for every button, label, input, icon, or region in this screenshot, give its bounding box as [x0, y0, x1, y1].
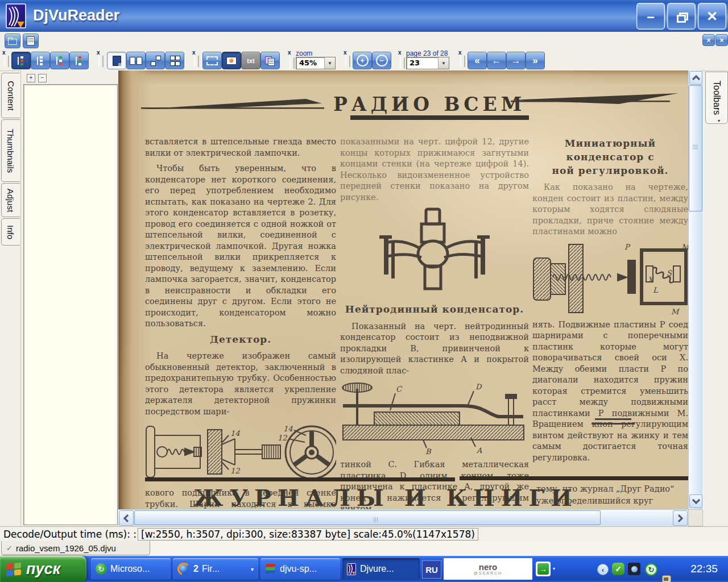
tray-sync-icon[interactable]: ↻	[645, 563, 657, 576]
toolbar-grip[interactable]	[289, 57, 295, 69]
status-prefix: Decode/Output time (ms): :	[0, 529, 136, 540]
start-button[interactable]: пуск	[0, 556, 86, 582]
taskbar-button-djvureader[interactable]: Djvure...	[342, 558, 420, 580]
content-tree[interactable]	[23, 84, 118, 525]
figure-label: S	[667, 269, 672, 277]
quick-launch-button[interactable]: →	[536, 562, 551, 576]
section-divider	[460, 476, 688, 480]
document-page[interactable]: РАДИО ВСЕМ вставляется в штепсельные гне…	[118, 70, 688, 509]
tray-monitor-icon[interactable]	[628, 563, 640, 575]
prev-page-button[interactable]: ←	[487, 52, 506, 69]
last-page-icon: »	[532, 56, 537, 65]
sidebar-tab-adjust[interactable]: Adjust	[1, 183, 20, 217]
toolbar-grip[interactable]	[194, 56, 199, 67]
tree-view-button-1[interactable]	[11, 52, 31, 69]
close-button[interactable]: ✕	[698, 3, 726, 30]
taskbar: пуск ↻ Microso... 2 Fir... ▾ djvu-sp...	[0, 556, 728, 582]
zoom-out-button[interactable]: −	[372, 52, 391, 69]
scroll-down-button[interactable]	[689, 494, 702, 508]
tree-view-button-4[interactable]	[69, 52, 89, 69]
toolbars-tab[interactable]: Toolbars	[705, 72, 728, 124]
taskbar-button-djvu-sp[interactable]: djvu-sp...	[260, 558, 340, 580]
layout-single-page-button[interactable]	[107, 52, 126, 69]
toolbar-close-icon[interactable]: x	[192, 50, 196, 56]
tree-icon	[16, 56, 26, 65]
close-view-button[interactable]: ×	[715, 34, 728, 46]
tray-phone-icon[interactable]	[662, 575, 671, 582]
toolbar-close-icon[interactable]: x	[458, 50, 462, 56]
toolbar-grip[interactable]	[400, 57, 405, 69]
zoom-in-button[interactable]: +	[353, 52, 372, 69]
figure-label: 12	[230, 467, 240, 475]
layout-grid-button[interactable]	[165, 52, 184, 69]
windows-logo-icon	[6, 562, 22, 576]
figure-label: 12	[278, 434, 287, 442]
page-dropdown-button[interactable]: ▼	[438, 57, 449, 69]
close-pane-button[interactable]: ×	[702, 34, 715, 46]
last-page-button[interactable]: »	[526, 52, 545, 69]
select-region-button[interactable]	[202, 52, 222, 69]
next-page-button[interactable]: →	[506, 52, 526, 69]
toolbar-close-icon[interactable]: x	[398, 50, 402, 56]
layout-continuous-button[interactable]	[146, 52, 165, 69]
image-icon	[226, 57, 237, 65]
magazine-masthead: РАДИО ВСЕМ	[333, 93, 526, 115]
scroll-right-button[interactable]	[673, 510, 688, 526]
tray-collapse-icon[interactable]: ‹	[597, 564, 609, 575]
first-page-button[interactable]: «	[468, 52, 487, 69]
djvureader-window: DjVuReader – ✕ × × x x x t	[0, 0, 728, 582]
chevron-down-icon: ▾	[553, 566, 555, 571]
toolbar-grip[interactable]	[460, 56, 465, 67]
figure-label: X	[648, 276, 653, 284]
page-select[interactable]: 23 ▼	[406, 57, 449, 69]
toolbar-grip[interactable]	[4, 56, 9, 67]
group-count: 2	[193, 564, 198, 574]
toolbar-close-icon[interactable]: x	[288, 50, 291, 56]
signature-mark	[595, 418, 631, 420]
title-bar[interactable]: DjVuReader – ✕	[0, 0, 728, 32]
scroll-up-button[interactable]	[689, 71, 702, 85]
sidebar-tab-thumbnails[interactable]: Thumbnails	[1, 119, 20, 182]
toolbar-close-icon[interactable]: x	[2, 50, 6, 56]
start-label: пуск	[26, 560, 60, 578]
scroll-left-button[interactable]	[119, 510, 134, 526]
zoom-dropdown-button[interactable]: ▼	[324, 57, 335, 69]
taskbar-button-firefox-group[interactable]: 2 Fir... ▾	[173, 558, 258, 580]
image-mode-button[interactable]	[222, 52, 241, 69]
tree-view-button-2[interactable]	[31, 52, 50, 69]
copy-button[interactable]	[260, 52, 280, 69]
sidebar-tab-content[interactable]: Content	[1, 73, 20, 118]
horizontal-scrollbar-thumb[interactable]	[134, 510, 601, 525]
chevron-down-icon	[692, 498, 700, 504]
zoom-select[interactable]: 45% ▼	[296, 57, 336, 69]
toolbar-grip[interactable]	[345, 56, 350, 67]
document-info-button[interactable]	[23, 34, 39, 48]
tray-antivirus-icon[interactable]: ✓	[612, 563, 624, 575]
selection-icon	[206, 56, 218, 65]
tree-view-button-3[interactable]	[50, 52, 69, 69]
toolbar-file: × ×	[0, 32, 728, 49]
open-file-button[interactable]	[5, 34, 20, 48]
minimize-button[interactable]: –	[636, 3, 665, 30]
vertical-scrollbar-thumb[interactable]	[689, 85, 702, 211]
document-tab[interactable]: ✓ radio_vsem_1926_05.djvu	[1, 541, 150, 555]
page-value: 23	[407, 57, 438, 69]
nero-search-box[interactable]: nero @SEARCH	[444, 558, 532, 580]
window-title: DjVuReader	[33, 7, 119, 24]
expand-all-button[interactable]: +	[27, 74, 35, 82]
layout-facing-pages-button[interactable]	[126, 52, 146, 69]
text-mode-button[interactable]: txt	[241, 52, 260, 69]
toolbar-close-icon[interactable]: x	[97, 50, 100, 56]
taskbar-button-microsoft[interactable]: ↻ Microso...	[91, 558, 171, 580]
collapse-all-button[interactable]: −	[38, 74, 47, 82]
toolbar-grip[interactable]	[98, 56, 104, 67]
sidebar-tab-info[interactable]: Info	[1, 218, 20, 246]
footer-text: тому, что журнал „Друг Радио“ уже опреде…	[536, 483, 688, 509]
section-divider	[145, 477, 455, 481]
toolbar-close-icon[interactable]: x	[344, 50, 347, 56]
nero-search-label: @SEARCH	[474, 571, 502, 575]
section-heading-line2: ной регулировкой.	[552, 165, 668, 176]
djvu-doc-icon	[347, 563, 357, 575]
language-indicator[interactable]: RU	[422, 560, 441, 579]
restore-button[interactable]	[667, 3, 696, 30]
